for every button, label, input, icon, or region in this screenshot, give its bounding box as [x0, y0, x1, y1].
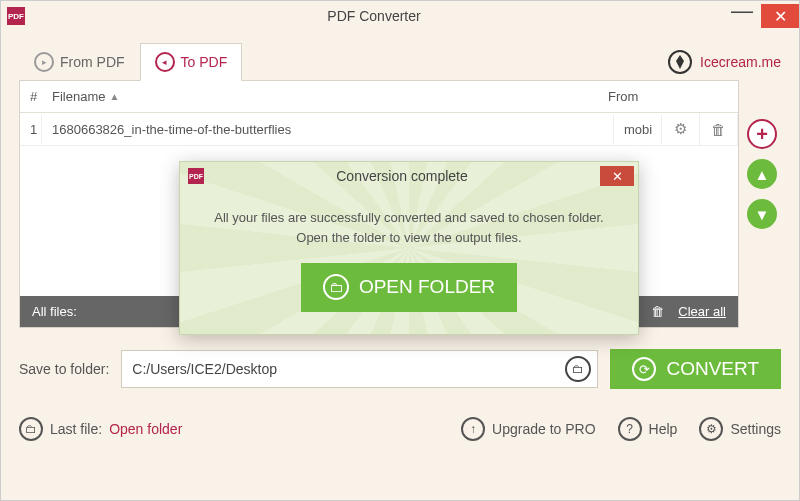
minimize-button[interactable]: —	[723, 4, 761, 28]
modal-title: Conversion complete	[204, 168, 600, 184]
tab-from-pdf[interactable]: ▸ From PDF	[19, 43, 140, 81]
upgrade-link[interactable]: ↑ Upgrade to PRO	[461, 417, 596, 441]
move-down-button[interactable]: ▼	[747, 199, 777, 229]
open-folder-button[interactable]: 🗀 OPEN FOLDER	[301, 263, 517, 312]
close-button[interactable]: ✕	[761, 4, 799, 28]
gear-icon: ⚙	[699, 417, 723, 441]
side-buttons: + ▲ ▼	[747, 119, 777, 229]
titlebar: PDF PDF Converter — ✕	[1, 1, 799, 31]
tab-label: To PDF	[181, 54, 228, 70]
to-pdf-icon: ◂	[155, 52, 175, 72]
window-title: PDF Converter	[25, 8, 723, 24]
lastfile-label: Last file:	[50, 421, 102, 437]
convert-label: CONVERT	[666, 358, 759, 380]
last-file-open[interactable]: 🗀 Last file: Open folder	[19, 417, 182, 441]
upgrade-icon: ↑	[461, 417, 485, 441]
brand-label: Icecream.me	[700, 54, 781, 70]
help-link[interactable]: ? Help	[618, 417, 678, 441]
col-header-from[interactable]: From	[608, 89, 728, 104]
save-row: Save to folder: 🗀 ⟳ CONVERT	[1, 329, 799, 399]
all-delete-button[interactable]: 🗑	[651, 304, 664, 319]
arrow-up-icon: ▲	[755, 166, 770, 183]
col-header-num[interactable]: #	[30, 89, 52, 104]
move-up-button[interactable]: ▲	[747, 159, 777, 189]
gear-icon: ⚙	[674, 120, 687, 137]
app-icon: PDF	[188, 168, 204, 184]
save-label: Save to folder:	[19, 361, 109, 377]
folder-icon: 🗀	[323, 274, 349, 300]
tab-to-pdf[interactable]: ◂ To PDF	[140, 43, 243, 81]
row-delete-button[interactable]: 🗑	[700, 114, 738, 145]
tab-label: From PDF	[60, 54, 125, 70]
help-icon: ?	[618, 417, 642, 441]
conversion-complete-dialog: PDF Conversion complete ✕ All your files…	[179, 161, 639, 335]
from-pdf-icon: ▸	[34, 52, 54, 72]
trash-icon: 🗑	[711, 121, 726, 138]
path-field-wrap: 🗀	[121, 350, 598, 388]
tabs-row: ▸ From PDF ◂ To PDF Icecream.me	[1, 31, 799, 81]
modal-message-1: All your files are successfully converte…	[204, 208, 614, 228]
app-icon: PDF	[7, 7, 25, 25]
icecream-icon	[668, 50, 692, 74]
row-number: 1	[20, 115, 42, 144]
refresh-icon: ⟳	[632, 357, 656, 381]
modal-message-2: Open the folder to view the output files…	[204, 228, 614, 248]
modal-close-button[interactable]: ✕	[600, 166, 634, 186]
brand-link[interactable]: Icecream.me	[668, 50, 781, 74]
trash-icon: 🗑	[651, 304, 664, 319]
open-folder-link[interactable]: Open folder	[109, 421, 182, 437]
footer: 🗀 Last file: Open folder ↑ Upgrade to PR…	[1, 399, 799, 459]
table-header: # Filename ▲ From	[20, 81, 738, 113]
browse-folder-button[interactable]: 🗀	[565, 356, 591, 382]
table-row[interactable]: 1 1680663826_in-the-time-of-the-butterfl…	[20, 113, 738, 146]
open-folder-label: OPEN FOLDER	[359, 273, 495, 302]
col-header-filename[interactable]: Filename ▲	[52, 89, 608, 104]
folder-icon: 🗀	[572, 362, 584, 376]
arrow-down-icon: ▼	[755, 206, 770, 223]
add-file-button[interactable]: +	[747, 119, 777, 149]
folder-icon: 🗀	[19, 417, 43, 441]
save-path-input[interactable]	[132, 361, 565, 377]
row-filename: 1680663826_in-the-time-of-the-butterflie…	[42, 115, 614, 144]
plus-icon: +	[756, 123, 768, 146]
sort-asc-icon: ▲	[109, 91, 119, 102]
settings-link[interactable]: ⚙ Settings	[699, 417, 781, 441]
row-settings-button[interactable]: ⚙	[662, 113, 700, 145]
clear-all-link[interactable]: Clear all	[678, 304, 726, 319]
close-icon: ✕	[612, 169, 623, 184]
row-format: mobi	[614, 115, 662, 144]
modal-body: All your files are successfully converte…	[180, 190, 638, 334]
all-files-label: All files:	[32, 304, 77, 319]
convert-button[interactable]: ⟳ CONVERT	[610, 349, 781, 389]
modal-titlebar: PDF Conversion complete ✕	[180, 162, 638, 190]
